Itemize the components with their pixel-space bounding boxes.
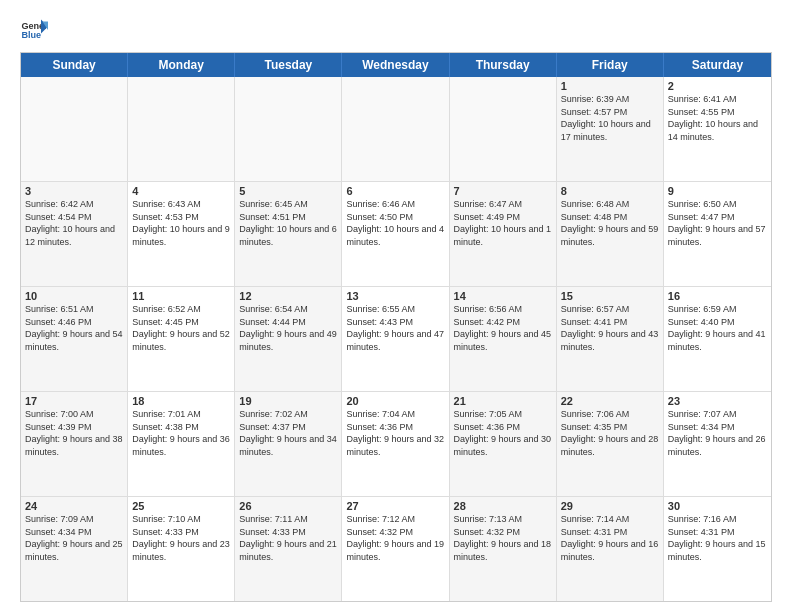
empty-cell: [342, 77, 449, 181]
day-cell-2: 2Sunrise: 6:41 AM Sunset: 4:55 PM Daylig…: [664, 77, 771, 181]
day-number: 26: [239, 500, 337, 512]
day-cell-26: 26Sunrise: 7:11 AM Sunset: 4:33 PM Dayli…: [235, 497, 342, 601]
day-cell-13: 13Sunrise: 6:55 AM Sunset: 4:43 PM Dayli…: [342, 287, 449, 391]
day-cell-20: 20Sunrise: 7:04 AM Sunset: 4:36 PM Dayli…: [342, 392, 449, 496]
calendar-row-4: 17Sunrise: 7:00 AM Sunset: 4:39 PM Dayli…: [21, 392, 771, 497]
day-cell-14: 14Sunrise: 6:56 AM Sunset: 4:42 PM Dayli…: [450, 287, 557, 391]
day-cell-16: 16Sunrise: 6:59 AM Sunset: 4:40 PM Dayli…: [664, 287, 771, 391]
day-info: Sunrise: 7:01 AM Sunset: 4:38 PM Dayligh…: [132, 408, 230, 458]
day-number: 30: [668, 500, 767, 512]
day-number: 5: [239, 185, 337, 197]
day-cell-15: 15Sunrise: 6:57 AM Sunset: 4:41 PM Dayli…: [557, 287, 664, 391]
calendar-row-3: 10Sunrise: 6:51 AM Sunset: 4:46 PM Dayli…: [21, 287, 771, 392]
calendar-body: 1Sunrise: 6:39 AM Sunset: 4:57 PM Daylig…: [21, 77, 771, 601]
day-cell-19: 19Sunrise: 7:02 AM Sunset: 4:37 PM Dayli…: [235, 392, 342, 496]
day-cell-1: 1Sunrise: 6:39 AM Sunset: 4:57 PM Daylig…: [557, 77, 664, 181]
day-number: 25: [132, 500, 230, 512]
day-cell-3: 3Sunrise: 6:42 AM Sunset: 4:54 PM Daylig…: [21, 182, 128, 286]
day-info: Sunrise: 7:07 AM Sunset: 4:34 PM Dayligh…: [668, 408, 767, 458]
calendar-row-1: 1Sunrise: 6:39 AM Sunset: 4:57 PM Daylig…: [21, 77, 771, 182]
day-cell-25: 25Sunrise: 7:10 AM Sunset: 4:33 PM Dayli…: [128, 497, 235, 601]
day-info: Sunrise: 6:43 AM Sunset: 4:53 PM Dayligh…: [132, 198, 230, 248]
empty-cell: [450, 77, 557, 181]
calendar-row-5: 24Sunrise: 7:09 AM Sunset: 4:34 PM Dayli…: [21, 497, 771, 601]
weekday-header-tuesday: Tuesday: [235, 53, 342, 77]
day-number: 20: [346, 395, 444, 407]
empty-cell: [235, 77, 342, 181]
day-info: Sunrise: 7:02 AM Sunset: 4:37 PM Dayligh…: [239, 408, 337, 458]
day-number: 3: [25, 185, 123, 197]
day-info: Sunrise: 7:13 AM Sunset: 4:32 PM Dayligh…: [454, 513, 552, 563]
day-info: Sunrise: 6:51 AM Sunset: 4:46 PM Dayligh…: [25, 303, 123, 353]
day-info: Sunrise: 6:47 AM Sunset: 4:49 PM Dayligh…: [454, 198, 552, 248]
day-number: 16: [668, 290, 767, 302]
day-cell-8: 8Sunrise: 6:48 AM Sunset: 4:48 PM Daylig…: [557, 182, 664, 286]
day-info: Sunrise: 7:16 AM Sunset: 4:31 PM Dayligh…: [668, 513, 767, 563]
day-number: 18: [132, 395, 230, 407]
day-info: Sunrise: 6:59 AM Sunset: 4:40 PM Dayligh…: [668, 303, 767, 353]
day-info: Sunrise: 6:39 AM Sunset: 4:57 PM Dayligh…: [561, 93, 659, 143]
day-cell-23: 23Sunrise: 7:07 AM Sunset: 4:34 PM Dayli…: [664, 392, 771, 496]
day-number: 29: [561, 500, 659, 512]
day-number: 10: [25, 290, 123, 302]
day-number: 6: [346, 185, 444, 197]
logo-icon: General Blue: [20, 16, 48, 44]
day-number: 22: [561, 395, 659, 407]
day-cell-18: 18Sunrise: 7:01 AM Sunset: 4:38 PM Dayli…: [128, 392, 235, 496]
day-number: 24: [25, 500, 123, 512]
day-number: 13: [346, 290, 444, 302]
day-cell-30: 30Sunrise: 7:16 AM Sunset: 4:31 PM Dayli…: [664, 497, 771, 601]
day-cell-28: 28Sunrise: 7:13 AM Sunset: 4:32 PM Dayli…: [450, 497, 557, 601]
svg-text:Blue: Blue: [21, 30, 41, 40]
day-number: 21: [454, 395, 552, 407]
day-cell-7: 7Sunrise: 6:47 AM Sunset: 4:49 PM Daylig…: [450, 182, 557, 286]
day-number: 8: [561, 185, 659, 197]
day-number: 12: [239, 290, 337, 302]
day-number: 14: [454, 290, 552, 302]
weekday-header-wednesday: Wednesday: [342, 53, 449, 77]
day-info: Sunrise: 7:11 AM Sunset: 4:33 PM Dayligh…: [239, 513, 337, 563]
day-cell-12: 12Sunrise: 6:54 AM Sunset: 4:44 PM Dayli…: [235, 287, 342, 391]
page-header: General Blue: [20, 16, 772, 44]
day-info: Sunrise: 7:00 AM Sunset: 4:39 PM Dayligh…: [25, 408, 123, 458]
day-cell-29: 29Sunrise: 7:14 AM Sunset: 4:31 PM Dayli…: [557, 497, 664, 601]
day-number: 15: [561, 290, 659, 302]
day-info: Sunrise: 7:14 AM Sunset: 4:31 PM Dayligh…: [561, 513, 659, 563]
day-number: 4: [132, 185, 230, 197]
day-info: Sunrise: 6:52 AM Sunset: 4:45 PM Dayligh…: [132, 303, 230, 353]
day-number: 28: [454, 500, 552, 512]
day-number: 9: [668, 185, 767, 197]
day-info: Sunrise: 6:50 AM Sunset: 4:47 PM Dayligh…: [668, 198, 767, 248]
day-number: 7: [454, 185, 552, 197]
weekday-header-monday: Monday: [128, 53, 235, 77]
day-cell-5: 5Sunrise: 6:45 AM Sunset: 4:51 PM Daylig…: [235, 182, 342, 286]
day-cell-9: 9Sunrise: 6:50 AM Sunset: 4:47 PM Daylig…: [664, 182, 771, 286]
day-number: 2: [668, 80, 767, 92]
day-cell-27: 27Sunrise: 7:12 AM Sunset: 4:32 PM Dayli…: [342, 497, 449, 601]
day-number: 27: [346, 500, 444, 512]
day-info: Sunrise: 7:06 AM Sunset: 4:35 PM Dayligh…: [561, 408, 659, 458]
day-cell-17: 17Sunrise: 7:00 AM Sunset: 4:39 PM Dayli…: [21, 392, 128, 496]
empty-cell: [128, 77, 235, 181]
weekday-header-sunday: Sunday: [21, 53, 128, 77]
day-cell-4: 4Sunrise: 6:43 AM Sunset: 4:53 PM Daylig…: [128, 182, 235, 286]
empty-cell: [21, 77, 128, 181]
day-cell-6: 6Sunrise: 6:46 AM Sunset: 4:50 PM Daylig…: [342, 182, 449, 286]
day-info: Sunrise: 6:45 AM Sunset: 4:51 PM Dayligh…: [239, 198, 337, 248]
day-info: Sunrise: 6:56 AM Sunset: 4:42 PM Dayligh…: [454, 303, 552, 353]
day-cell-21: 21Sunrise: 7:05 AM Sunset: 4:36 PM Dayli…: [450, 392, 557, 496]
day-cell-10: 10Sunrise: 6:51 AM Sunset: 4:46 PM Dayli…: [21, 287, 128, 391]
day-info: Sunrise: 6:42 AM Sunset: 4:54 PM Dayligh…: [25, 198, 123, 248]
day-info: Sunrise: 6:55 AM Sunset: 4:43 PM Dayligh…: [346, 303, 444, 353]
day-info: Sunrise: 6:48 AM Sunset: 4:48 PM Dayligh…: [561, 198, 659, 248]
weekday-header-thursday: Thursday: [450, 53, 557, 77]
weekday-header-saturday: Saturday: [664, 53, 771, 77]
weekday-header-friday: Friday: [557, 53, 664, 77]
day-info: Sunrise: 6:57 AM Sunset: 4:41 PM Dayligh…: [561, 303, 659, 353]
day-cell-22: 22Sunrise: 7:06 AM Sunset: 4:35 PM Dayli…: [557, 392, 664, 496]
day-info: Sunrise: 7:12 AM Sunset: 4:32 PM Dayligh…: [346, 513, 444, 563]
calendar-row-2: 3Sunrise: 6:42 AM Sunset: 4:54 PM Daylig…: [21, 182, 771, 287]
day-info: Sunrise: 6:54 AM Sunset: 4:44 PM Dayligh…: [239, 303, 337, 353]
day-number: 23: [668, 395, 767, 407]
day-cell-24: 24Sunrise: 7:09 AM Sunset: 4:34 PM Dayli…: [21, 497, 128, 601]
